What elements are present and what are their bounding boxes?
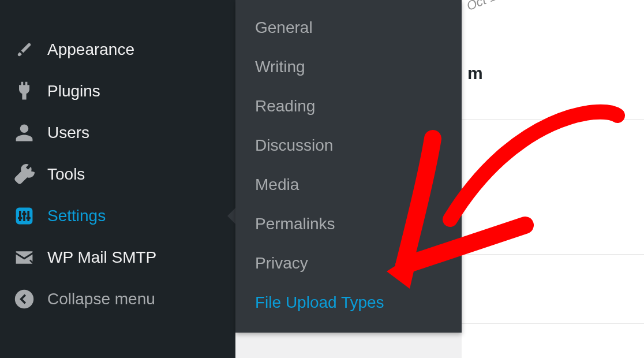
sidebar-item-appearance[interactable]: Appearance: [0, 29, 235, 70]
sidebar-item-wp-mail-smtp[interactable]: WP Mail SMTP: [0, 237, 235, 278]
svg-rect-5: [27, 211, 29, 221]
content-divider: [462, 254, 644, 255]
submenu-item-writing[interactable]: Writing: [235, 47, 462, 87]
sidebar-item-plugins[interactable]: Plugins: [0, 70, 235, 112]
submenu-item-discussion[interactable]: Discussion: [235, 126, 462, 165]
svg-rect-1: [19, 211, 21, 221]
sidebar-item-label: Tools: [47, 165, 85, 184]
svg-rect-6: [27, 217, 31, 219]
collapse-menu-button[interactable]: Collapse menu: [0, 278, 235, 320]
sidebar-item-label: Users: [47, 124, 89, 142]
sidebar-item-tools[interactable]: Tools: [0, 154, 235, 195]
brush-icon: [14, 39, 35, 60]
submenu-item-permalinks[interactable]: Permalinks: [235, 204, 462, 244]
sidebar-item-label: WP Mail SMTP: [47, 248, 156, 267]
sliders-icon: [14, 206, 35, 226]
svg-rect-4: [22, 213, 26, 215]
sidebar-item-settings[interactable]: Settings: [0, 195, 235, 237]
svg-rect-3: [23, 211, 25, 221]
sidebar-item-label: Appearance: [47, 40, 134, 59]
wrench-icon: [14, 164, 35, 185]
partial-heading: m: [467, 64, 483, 83]
collapse-menu-label: Collapse menu: [47, 290, 155, 308]
submenu-item-general[interactable]: General: [235, 8, 462, 47]
sidebar-item-label: Plugins: [47, 82, 100, 100]
submenu-item-privacy[interactable]: Privacy: [235, 244, 462, 283]
sidebar-item-label: Settings: [47, 207, 106, 225]
submenu-item-reading[interactable]: Reading: [235, 87, 462, 126]
plug-icon: [14, 81, 35, 102]
submenu-item-media[interactable]: Media: [235, 165, 462, 204]
admin-sidebar: Appearance Plugins Users Tools Settings …: [0, 0, 235, 358]
content-divider: [462, 323, 644, 324]
svg-point-7: [15, 290, 33, 308]
content-divider: [462, 119, 644, 120]
submenu-item-file-upload-types[interactable]: File Upload Types: [235, 283, 462, 322]
main-content-bg: [462, 0, 644, 358]
svg-rect-2: [18, 217, 22, 219]
user-icon: [14, 122, 35, 143]
settings-submenu: General Writing Reading Discussion Media…: [235, 0, 462, 333]
collapse-icon: [14, 289, 35, 309]
mail-icon: [14, 247, 35, 268]
sidebar-item-users[interactable]: Users: [0, 112, 235, 154]
